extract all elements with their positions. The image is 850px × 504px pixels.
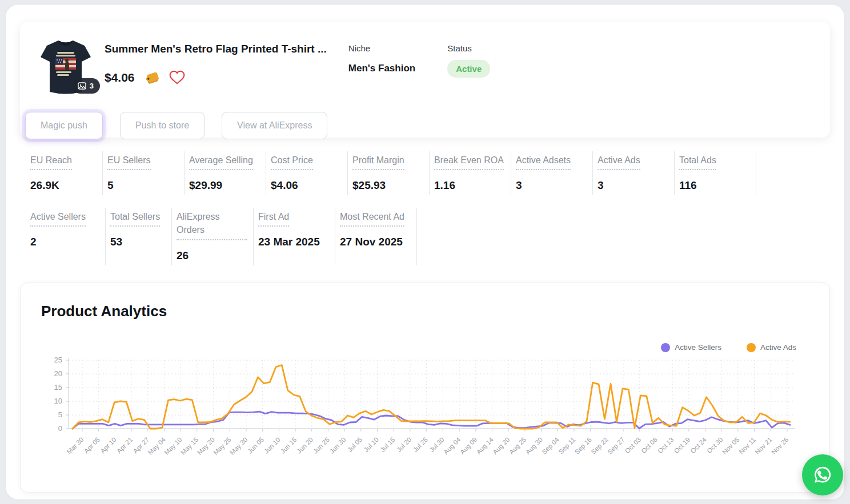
image-count-badge[interactable]: 3 — [73, 78, 100, 94]
chart-legend: Active SellersActive Ads — [35, 343, 796, 352]
svg-text:Sep 16: Sep 16 — [574, 436, 593, 455]
svg-text:Mar 30: Mar 30 — [66, 436, 85, 455]
stat-value: 23 Mar 2025 — [258, 236, 329, 248]
legend-label: Active Sellers — [675, 343, 721, 352]
chart-title: Product Analytics — [41, 303, 812, 320]
svg-text:Jun 20: Jun 20 — [295, 436, 314, 454]
svg-text:Jun 15: Jun 15 — [279, 436, 298, 454]
stats-row-2: Active Sellers2Total Sellers53AliExpress… — [26, 208, 827, 265]
whatsapp-icon — [812, 464, 833, 486]
stat-item: EU Sellers5 — [103, 151, 185, 195]
product-title: Summer Men's Retro Flag Printed T-shirt … — [105, 42, 327, 56]
svg-text:Jul 25: Jul 25 — [412, 436, 429, 453]
svg-text:May 25: May 25 — [213, 436, 232, 455]
product-analytics-card: Product Analytics Active SellersActive A… — [20, 283, 830, 493]
stat-label[interactable]: Active Sellers — [30, 210, 86, 227]
svg-text:Aug 20: Aug 20 — [491, 436, 511, 455]
svg-text:Sep 11: Sep 11 — [558, 436, 577, 455]
svg-text:Oct 03: Oct 03 — [624, 436, 642, 454]
stat-value: 26 — [177, 249, 247, 262]
svg-text:Nov 11: Nov 11 — [737, 436, 757, 455]
stat-value: 3 — [598, 179, 668, 192]
stat-value: 3 — [516, 179, 587, 192]
niche-label: Niche — [348, 43, 415, 53]
svg-text:Sep 04: Sep 04 — [540, 436, 560, 455]
stat-item: Break Even ROA1.16 — [430, 151, 511, 195]
stat-item: Active Ads3 — [593, 151, 675, 195]
main-panel: 3 Summer Men's Retro Flag Printed T-shir… — [6, 5, 844, 499]
stat-item: Most Recent Ad27 Nov 2025 — [335, 208, 417, 265]
stat-label[interactable]: EU Sellers — [107, 154, 151, 170]
stat-value: $25.93 — [352, 179, 423, 192]
svg-text:5: 5 — [58, 410, 62, 419]
analytics-chart-svg[interactable]: 0510152025Mar 30Apr 05Apr 10Apr 21Apr 27… — [35, 353, 807, 483]
svg-text:Jun 10: Jun 10 — [263, 436, 282, 454]
whatsapp-button[interactable] — [802, 454, 843, 495]
svg-text:10: 10 — [54, 397, 62, 405]
svg-text:Oct 13: Oct 13 — [656, 436, 675, 454]
stat-label[interactable]: Cost Price — [271, 154, 313, 170]
stat-label[interactable]: Average Selling — [189, 154, 253, 170]
stat-label[interactable]: Active Ads — [598, 154, 640, 170]
magic-push-button[interactable]: Magic push — [25, 112, 103, 139]
heart-icon[interactable] — [169, 70, 185, 84]
svg-text:Jun 05: Jun 05 — [246, 436, 265, 454]
stat-item: Average Selling$29.99 — [185, 151, 266, 195]
svg-text:Sep 22: Sep 22 — [590, 436, 609, 455]
stat-label[interactable]: Break Even ROA — [434, 154, 504, 170]
svg-text:Apr 21: Apr 21 — [115, 436, 134, 454]
stat-value: 1.16 — [434, 179, 505, 192]
product-thumbnail[interactable]: 3 — [38, 37, 93, 97]
stat-label[interactable]: Active Adsets — [516, 154, 571, 170]
stat-value: $4.06 — [271, 179, 342, 192]
stat-value: 26.9K — [30, 179, 97, 192]
stat-item: Total Sellers53 — [106, 208, 172, 265]
svg-text:May 30: May 30 — [228, 436, 248, 455]
svg-text:Nov 26: Nov 26 — [770, 436, 789, 455]
stat-label[interactable]: AliExpress Orders — [177, 210, 247, 240]
stat-label[interactable]: EU Reach — [30, 154, 72, 170]
image-count: 3 — [90, 82, 94, 90]
stat-label[interactable]: Total Ads — [679, 154, 716, 170]
svg-text:May 10: May 10 — [163, 436, 183, 455]
stat-item: First Ad23 Mar 2025 — [254, 208, 335, 265]
svg-text:Jul 10: Jul 10 — [363, 436, 380, 453]
svg-text:Nov 21: Nov 21 — [753, 436, 773, 455]
stat-item: Active Sellers2 — [26, 208, 106, 265]
stat-value: 53 — [110, 236, 166, 248]
status-label: Status — [447, 43, 490, 53]
status-badge: Active — [447, 60, 490, 78]
product-price: $4.06 — [105, 71, 135, 84]
stat-value: 116 — [679, 179, 750, 192]
view-at-aliexpress-button[interactable]: View at AliExpress — [222, 112, 327, 139]
svg-text:Aug 04: Aug 04 — [442, 436, 462, 455]
stats-row-1: EU Reach26.9KEU Sellers5Average Selling$… — [26, 151, 827, 195]
svg-text:May 20: May 20 — [196, 436, 216, 455]
svg-text:Oct 08: Oct 08 — [640, 436, 658, 454]
stat-label[interactable]: Total Sellers — [110, 210, 160, 227]
stat-label[interactable]: Most Recent Ad — [340, 210, 404, 227]
svg-text:Oct 19: Oct 19 — [673, 436, 691, 454]
svg-text:20: 20 — [54, 369, 62, 378]
svg-text:Jun 30: Jun 30 — [328, 436, 347, 454]
svg-text:Apr 10: Apr 10 — [99, 436, 117, 454]
svg-text:0: 0 — [58, 424, 62, 433]
stat-item: Cost Price$4.06 — [266, 151, 348, 195]
tag-icon[interactable] — [143, 69, 161, 86]
stat-label[interactable]: Profit Margin — [352, 154, 404, 170]
svg-text:15: 15 — [54, 383, 62, 392]
legend-label: Active Ads — [760, 343, 796, 352]
stat-value: $29.99 — [189, 179, 260, 192]
stat-label[interactable]: First Ad — [258, 210, 289, 227]
niche-value: Men's Fashion — [348, 63, 415, 74]
svg-text:Aug 14: Aug 14 — [475, 436, 495, 455]
svg-text:25: 25 — [54, 356, 62, 364]
stat-item: AliExpress Orders26 — [172, 208, 254, 265]
legend-item[interactable]: Active Ads — [747, 343, 796, 352]
stat-value: 5 — [107, 179, 178, 192]
svg-text:Jul 05: Jul 05 — [346, 436, 363, 453]
svg-text:Apr 05: Apr 05 — [83, 436, 101, 454]
legend-item[interactable]: Active Sellers — [661, 343, 721, 352]
legend-dot — [747, 343, 756, 352]
push-to-store-button[interactable]: Push to store — [120, 112, 205, 139]
